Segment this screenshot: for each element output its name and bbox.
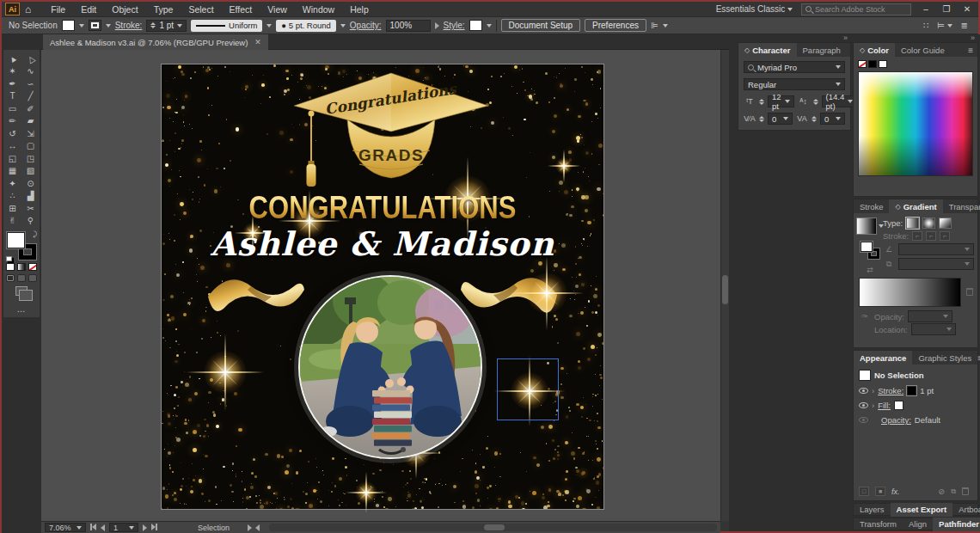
tab-transform[interactable]: Transform bbox=[854, 518, 903, 531]
menu-file[interactable]: File bbox=[43, 3, 73, 16]
hand-tool[interactable]: ✌ bbox=[3, 215, 21, 228]
artboard-tool[interactable]: ⊞ bbox=[3, 202, 21, 215]
fill-proxy[interactable] bbox=[7, 232, 25, 248]
freeform-gradient-button[interactable] bbox=[939, 217, 952, 229]
draw-inside-mode[interactable] bbox=[28, 274, 37, 282]
menu-help[interactable]: Help bbox=[342, 3, 377, 16]
previous-artboard-icon[interactable] bbox=[101, 524, 105, 531]
draw-behind-mode[interactable] bbox=[17, 274, 26, 282]
tab-color[interactable]: ◇Color bbox=[854, 43, 895, 57]
visibility-icon-dim[interactable] bbox=[859, 417, 868, 423]
status-collapse-icon[interactable] bbox=[255, 524, 260, 531]
kerning-field[interactable]: 0 bbox=[768, 113, 793, 125]
vertical-scrollbar-thumb[interactable] bbox=[722, 275, 728, 304]
appearance-opacity-label[interactable]: Opacity: bbox=[881, 415, 911, 425]
duplicate-item-icon[interactable]: ⧉ bbox=[951, 487, 956, 496]
menu-select[interactable]: Select bbox=[181, 3, 221, 16]
brush-dropdown-icon[interactable] bbox=[340, 24, 346, 28]
swap-fill-stroke-icon[interactable]: ⤸ bbox=[33, 230, 37, 239]
stroke-swatch[interactable] bbox=[89, 20, 101, 31]
preferences-button[interactable]: Preferences bbox=[585, 19, 646, 32]
control-menu-icon[interactable]: ≣ bbox=[961, 21, 968, 30]
new-stroke-icon[interactable]: □ bbox=[859, 487, 869, 496]
direct-selection-tool[interactable]: △ bbox=[21, 52, 40, 65]
tracking-field[interactable]: 0 bbox=[820, 113, 845, 125]
dock-collapse-icon[interactable]: » bbox=[738, 34, 851, 42]
scale-tool[interactable]: ⇲ bbox=[21, 127, 40, 140]
horizontal-scrollbar-thumb[interactable] bbox=[484, 524, 505, 530]
clear-appearance-icon[interactable]: ⊘ bbox=[938, 487, 945, 496]
tab-gradient[interactable]: ◇Gradient bbox=[889, 199, 942, 213]
brush-select[interactable]: ● 5 pt. Round bbox=[276, 20, 336, 32]
workspace-switcher[interactable]: Essentials Classic bbox=[716, 4, 793, 14]
menu-object[interactable]: Object bbox=[104, 3, 145, 16]
color-spectrum[interactable] bbox=[858, 71, 973, 176]
draw-normal-mode[interactable] bbox=[6, 274, 15, 282]
font-size-field[interactable]: 12 pt bbox=[768, 95, 794, 107]
default-fill-stroke-icon[interactable] bbox=[6, 256, 12, 261]
gradient-button[interactable] bbox=[17, 263, 26, 271]
style-dropdown-icon[interactable] bbox=[487, 24, 492, 28]
width-profile-select[interactable]: Uniform bbox=[191, 20, 262, 32]
delete-item-icon[interactable] bbox=[962, 487, 969, 495]
horizontal-scrollbar[interactable] bbox=[269, 524, 717, 531]
app-logo-icon[interactable]: Ai bbox=[5, 3, 20, 15]
pasteboard[interactable]: Congratulations GRADS CONGRATULATIONS As… bbox=[41, 50, 720, 521]
opacity-field[interactable]: 100% bbox=[386, 20, 431, 32]
stroke-dropdown-icon[interactable] bbox=[106, 24, 111, 28]
perspective-grid-tool[interactable]: ◳ bbox=[21, 152, 40, 165]
tab-color-guide[interactable]: Color Guide bbox=[895, 43, 951, 57]
zoom-tool[interactable]: ⚲ bbox=[21, 215, 40, 228]
column-graph-tool[interactable]: ▟ bbox=[21, 190, 40, 203]
visibility-icon[interactable] bbox=[859, 388, 868, 394]
opacity-label[interactable]: Opacity: bbox=[350, 21, 382, 30]
gradient-swatch[interactable] bbox=[856, 217, 877, 235]
blend-tool[interactable]: ⊙ bbox=[21, 177, 40, 190]
leading-field[interactable]: (14.4 pt) bbox=[822, 95, 858, 107]
lasso-tool[interactable]: ∿ bbox=[21, 65, 40, 78]
stroke-weight-field[interactable]: 1 pt bbox=[146, 20, 187, 32]
shape-builder-tool[interactable]: ◱ bbox=[3, 152, 21, 165]
rotate-tool[interactable]: ↺ bbox=[3, 127, 21, 140]
gradient-tool[interactable]: ▧ bbox=[21, 165, 40, 178]
tab-graphic-styles[interactable]: Graphic Styles bbox=[912, 351, 977, 365]
width-profile-dropdown-icon[interactable] bbox=[266, 24, 272, 28]
pen-tool[interactable]: ✒ bbox=[3, 77, 21, 90]
control-extra-icon[interactable]: ⊫ bbox=[651, 21, 658, 30]
tab-asset-export[interactable]: Asset Export bbox=[891, 503, 953, 517]
font-family-field[interactable]: Myriad Pro bbox=[744, 61, 845, 73]
gradient-eyedropper-icon[interactable]: ✑ bbox=[859, 312, 871, 321]
appearance-fill-label[interactable]: Fill: bbox=[878, 401, 891, 410]
selection-tool[interactable]: ▲ bbox=[3, 52, 21, 65]
document-layout-icon[interactable]: ⊨ bbox=[937, 21, 952, 30]
document-tab[interactable]: Ashlee & Madison v3.ai @ 7.06% (RGB/GPU … bbox=[43, 34, 268, 50]
slice-tool[interactable]: ✂ bbox=[21, 202, 40, 215]
width-tool[interactable]: ↔ bbox=[3, 140, 21, 153]
new-effect-icon[interactable]: fx. bbox=[891, 487, 900, 496]
fill-swatch[interactable] bbox=[62, 20, 75, 31]
tab-pathfinder[interactable]: Pathfinder bbox=[933, 518, 980, 531]
style-swatch[interactable] bbox=[469, 20, 482, 31]
screen-mode-icon[interactable] bbox=[15, 286, 28, 296]
panel-menu-icon[interactable]: ≡ bbox=[968, 46, 977, 55]
shaper-tool[interactable]: ✏ bbox=[3, 115, 21, 128]
tab-transparency[interactable]: Transparency bbox=[943, 199, 980, 213]
none-button[interactable] bbox=[28, 263, 37, 271]
status-expand-icon[interactable] bbox=[248, 524, 252, 531]
free-transform-tool[interactable]: ▢ bbox=[21, 140, 40, 153]
visibility-icon[interactable] bbox=[859, 402, 868, 408]
minimize-button[interactable]: – bbox=[920, 4, 932, 14]
paintbrush-tool[interactable]: ✐ bbox=[21, 102, 40, 115]
menu-view[interactable]: View bbox=[260, 3, 295, 16]
appearance-stroke-label[interactable]: Stroke: bbox=[878, 386, 903, 395]
menu-effect[interactable]: Effect bbox=[222, 3, 260, 16]
dock-collapse-icon[interactable]: » bbox=[853, 34, 978, 42]
fill-stroke-indicator[interactable]: ⤸ bbox=[7, 232, 36, 260]
search-input[interactable]: Search Adobe Stock bbox=[801, 3, 911, 15]
stepper-icon[interactable] bbox=[150, 22, 156, 28]
line-segment-tool[interactable]: ╱ bbox=[21, 90, 40, 103]
photo-circle[interactable] bbox=[298, 275, 482, 459]
type-tool[interactable]: T bbox=[3, 90, 21, 103]
artboard-number-select[interactable]: 1 bbox=[109, 523, 138, 532]
menu-window[interactable]: Window bbox=[295, 3, 342, 16]
